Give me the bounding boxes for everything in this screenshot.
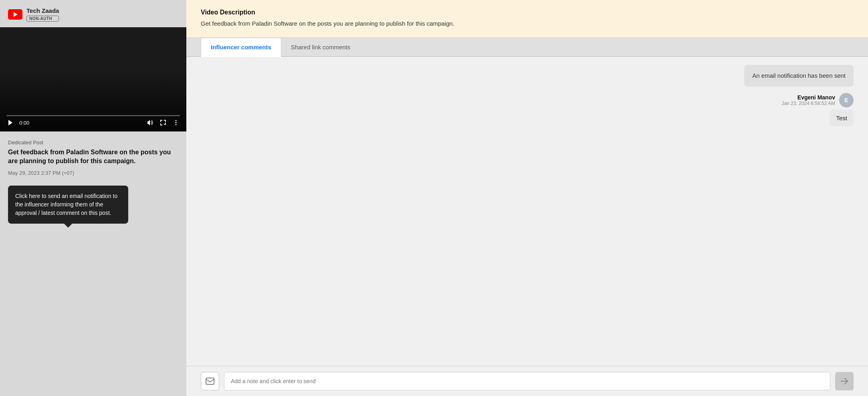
- svg-point-5: [176, 124, 177, 125]
- comments-area: An email notification has been sent Evge…: [186, 57, 868, 366]
- more-options-button[interactable]: [172, 119, 180, 127]
- tooltip-bubble: Click here to send an email notification…: [8, 186, 128, 224]
- fullscreen-button[interactable]: [159, 119, 167, 127]
- right-panel: Video Description Get feedback from Pala…: [186, 0, 868, 396]
- time-display: 0:00: [19, 120, 141, 126]
- video-controls: 0:00: [0, 112, 186, 131]
- send-button[interactable]: [835, 372, 854, 390]
- play-button[interactable]: [6, 119, 14, 127]
- comment-meta: Evgeni Manov Jan 23, 2024 6:56:52 AM E: [782, 93, 854, 107]
- tooltip-container: Click here to send an email notification…: [8, 186, 178, 224]
- svg-rect-6: [206, 378, 214, 384]
- brand-header: Tech Zaada NON-AUTH: [0, 0, 186, 27]
- tabs-bar: Influencer comments Shared link comments: [186, 38, 868, 57]
- description-text: Get feedback from Paladin Software on th…: [201, 19, 854, 28]
- comment-bubble: Test: [830, 110, 854, 126]
- email-notification-button[interactable]: [201, 372, 219, 390]
- progress-bar[interactable]: [6, 115, 180, 116]
- tab-shared-link-comments[interactable]: Shared link comments: [281, 38, 360, 57]
- youtube-icon: [8, 9, 22, 20]
- brand-info: Tech Zaada NON-AUTH: [26, 7, 59, 22]
- tab-influencer-comments[interactable]: Influencer comments: [201, 38, 281, 57]
- post-type-label: Dedicated Post: [8, 139, 178, 145]
- svg-marker-2: [8, 120, 12, 125]
- comment-author: Evgeni Manov: [797, 94, 835, 101]
- email-icon: [206, 378, 214, 385]
- comment-block: Evgeni Manov Jan 23, 2024 6:56:52 AM E T…: [782, 93, 854, 126]
- video-player[interactable]: 0:00: [0, 27, 186, 131]
- post-info: Dedicated Post Get feedback from Paladin…: [0, 131, 186, 176]
- system-message: An email notification has been sent: [744, 65, 854, 87]
- svg-point-3: [176, 120, 177, 121]
- comment-input[interactable]: [224, 372, 830, 390]
- controls-row: 0:00: [6, 119, 180, 127]
- send-icon: [841, 378, 848, 385]
- post-date: May 29, 2023 2:37 PM (+07): [8, 170, 178, 176]
- brand-name: Tech Zaada: [26, 7, 59, 14]
- left-panel: Tech Zaada NON-AUTH 0:00: [0, 0, 186, 396]
- avatar: E: [839, 93, 854, 107]
- svg-point-4: [176, 122, 177, 123]
- post-title: Get feedback from Paladin Software on th…: [8, 148, 178, 166]
- volume-button[interactable]: [146, 119, 154, 127]
- input-area: [186, 366, 868, 396]
- non-auth-badge: NON-AUTH: [26, 16, 59, 22]
- tooltip-text: Click here to send an email notification…: [15, 193, 117, 216]
- description-title: Video Description: [201, 9, 854, 16]
- comment-time: Jan 23, 2024 6:56:52 AM: [782, 101, 835, 106]
- description-banner: Video Description Get feedback from Pala…: [186, 0, 868, 38]
- comment-meta-text: Evgeni Manov Jan 23, 2024 6:56:52 AM: [782, 94, 835, 106]
